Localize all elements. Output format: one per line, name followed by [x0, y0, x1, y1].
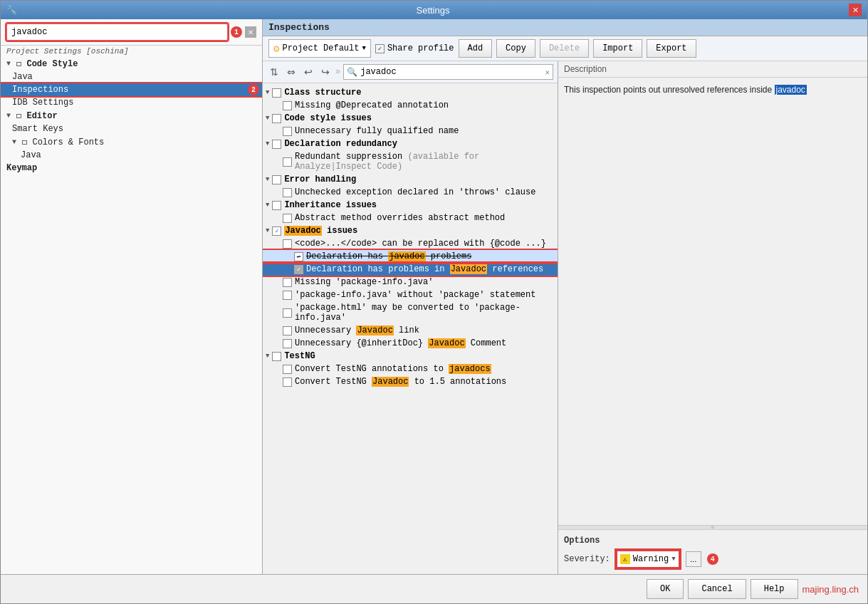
tree-item-java2[interactable]: Java [1, 149, 262, 162]
item-missing-deprecated[interactable]: Missing @Deprecated annotation [263, 99, 558, 112]
help-button[interactable]: Help [751, 579, 798, 599]
item-decl-javadoc-references[interactable]: ✓ Declaration has problems in Javadoc re… [263, 263, 558, 276]
item-convert-testng-annotations[interactable]: Convert TestNG annotations to javadocs [263, 363, 558, 375]
profile-dropdown[interactable]: ⚙ Project Default ▼ [268, 39, 371, 58]
right-panel: Inspections ⚙ Project Default ▼ ✓ Share … [263, 19, 867, 574]
expand-triangle: ▼ [266, 115, 269, 122]
dropdown-arrow-icon: ▼ [362, 45, 365, 52]
close-button[interactable]: ✕ [849, 4, 862, 16]
item-code-replace[interactable]: <code>...</code> can be replaced with {@… [263, 237, 558, 250]
category-testng[interactable]: ▼ TestNG [263, 350, 558, 363]
expand-icon[interactable]: ⇔ [284, 65, 298, 79]
tree-label: ◻ Editor [16, 110, 58, 121]
tree-item-idb-settings[interactable]: IDB Settings [1, 96, 262, 109]
description-content: This inspection points out unresolved re… [558, 78, 867, 525]
item-redundant-suppression[interactable]: Redundant suppression (available for Ana… [263, 150, 558, 173]
share-profile[interactable]: ✓ Share profile [375, 43, 454, 53]
item-convert-testng-javadoc[interactable]: Convert TestNG Javadoc to 1.5 annotation… [263, 375, 558, 388]
item-checkbox[interactable] [283, 239, 292, 249]
item-decl-javadoc-problems[interactable]: Declaration has javadoc problems [263, 250, 558, 263]
tree-item-java[interactable]: Java [1, 71, 262, 83]
cat-checkbox[interactable] [272, 226, 281, 236]
item-label: Convert TestNG annotations to javadocs [295, 364, 491, 374]
tree-item-colors-fonts[interactable]: ▼ ◻ Colors & Fonts [1, 135, 262, 149]
severity-dropdown[interactable]: ⚠ Warning ▼ [616, 550, 680, 568]
item-checkbox[interactable] [283, 291, 292, 300]
tree-item-keymap[interactable]: Keymap [1, 162, 262, 175]
sort-icon[interactable]: ⇅ [267, 65, 281, 79]
item-unnecessary-javadoc-link[interactable]: Unnecessary Javadoc link [263, 324, 558, 337]
ok-button[interactable]: OK [647, 579, 684, 599]
options-section: Options Severity: ⚠ Warning ▼ ... 4 [558, 529, 867, 574]
undo-icon[interactable]: ↩ [301, 65, 315, 79]
cancel-button[interactable]: Cancel [688, 579, 746, 599]
project-settings-label: Project Settings [oschina] [1, 46, 262, 57]
cat-checkbox[interactable] [272, 140, 281, 149]
category-inheritance[interactable]: ▼ Inheritance issues [263, 199, 558, 212]
item-label: Declaration has problems in Javadoc refe… [306, 264, 543, 274]
item-abstract-method[interactable]: Abstract method overrides abstract metho… [263, 212, 558, 224]
expand-triangle: ▼ [266, 353, 269, 360]
item-checkbox[interactable] [283, 214, 292, 223]
profile-icon: ⚙ [273, 43, 279, 55]
item-checkbox[interactable] [283, 339, 292, 348]
category-class-structure[interactable]: ▼ Class structure [263, 86, 558, 99]
redo-icon[interactable]: ↪ [318, 65, 333, 79]
cat-checkbox[interactable] [272, 175, 281, 184]
desc-text-before: This inspection points out unresolved re… [564, 85, 775, 95]
item-label: Unchecked exception declared in 'throws'… [295, 187, 535, 197]
item-checkbox[interactable] [283, 308, 292, 318]
item-unnecessary-inheritdoc[interactable]: Unnecessary {@inheritDoc} Javadoc Commen… [263, 337, 558, 350]
item-checkbox[interactable]: ✓ [294, 265, 303, 274]
item-checkbox[interactable] [283, 188, 292, 197]
search-input[interactable] [6, 24, 228, 41]
item-checkbox[interactable] [283, 365, 292, 374]
description-label: Description [558, 61, 867, 78]
item-checkbox[interactable] [294, 252, 303, 261]
item-checkbox[interactable] [283, 101, 292, 110]
cat-checkbox[interactable] [272, 88, 281, 98]
import-button[interactable]: Import [593, 39, 642, 58]
category-code-style[interactable]: ▼ Code style issues [263, 112, 558, 125]
tree-item-code-style[interactable]: ▼ ◻ Code Style [1, 57, 262, 71]
inspection-search-clear[interactable]: ✕ [545, 68, 550, 77]
tree-item-smart-keys[interactable]: Smart Keys [1, 123, 262, 135]
item-label: Convert TestNG Javadoc to 1.5 annotation… [295, 377, 506, 387]
search-clear-button[interactable]: ✕ [245, 26, 256, 38]
item-missing-package-info[interactable]: Missing 'package-info.java' [263, 276, 558, 288]
tree-item-inspections[interactable]: Inspections 2 [1, 83, 262, 96]
copy-button[interactable]: Copy [496, 39, 535, 58]
category-label: TestNG [284, 351, 315, 361]
category-label: Class structure [284, 88, 361, 98]
window-title: Settings [17, 5, 849, 16]
item-checkbox[interactable] [283, 378, 292, 387]
category-label: Javadoc issues [284, 226, 357, 236]
main-content: 1 ✕ Project Settings [oschina] ▼ ◻ Code … [1, 19, 867, 574]
delete-button[interactable]: Delete [540, 39, 589, 58]
inspections-content: ⇅ ⇔ ↩ ↪ » 🔍 ✕ [263, 61, 867, 574]
category-javadoc[interactable]: ▼ Javadoc issues [263, 224, 558, 237]
tree-label: Java [12, 72, 33, 82]
category-decl-redundancy[interactable]: ▼ Declaration redundancy [263, 137, 558, 150]
severity-more-button[interactable]: ... [686, 551, 701, 567]
item-package-html-convert[interactable]: 'package.html' may be converted to 'pack… [263, 301, 558, 324]
share-checkbox[interactable]: ✓ [375, 44, 385, 53]
item-checkbox[interactable] [283, 278, 292, 287]
inspection-search-input[interactable] [360, 67, 542, 77]
add-button[interactable]: Add [459, 39, 493, 58]
category-label: Inheritance issues [284, 200, 377, 210]
cat-checkbox[interactable] [272, 114, 281, 123]
cat-checkbox[interactable] [272, 352, 281, 361]
item-unchecked-exception[interactable]: Unchecked exception declared in 'throws'… [263, 186, 558, 199]
item-checkbox[interactable] [283, 127, 292, 136]
export-button[interactable]: Export [647, 39, 696, 58]
item-unnecessary-fqn[interactable]: Unnecessary fully qualified name [263, 125, 558, 137]
category-label: Error handling [284, 175, 356, 184]
inspection-search-row: ⇅ ⇔ ↩ ↪ » 🔍 ✕ [263, 61, 558, 83]
tree-item-editor[interactable]: ▼ ◻ Editor [1, 109, 262, 123]
cat-checkbox[interactable] [272, 201, 281, 210]
item-checkbox[interactable] [283, 157, 292, 167]
item-package-info-no-stmt[interactable]: 'package-info.java' without 'package' st… [263, 288, 558, 301]
category-error-handling[interactable]: ▼ Error handling [263, 173, 558, 186]
item-checkbox[interactable] [283, 326, 292, 335]
